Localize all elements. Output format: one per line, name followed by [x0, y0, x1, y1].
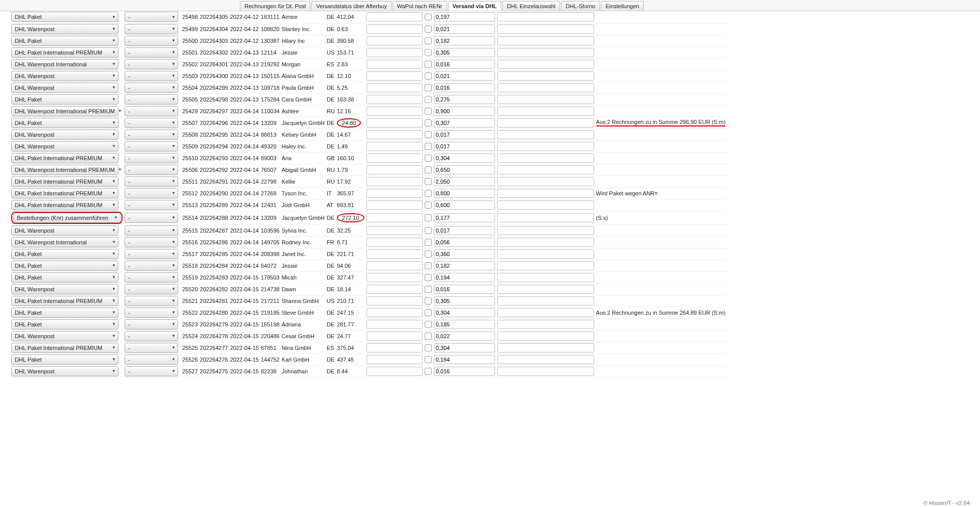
weight-input[interactable]: [434, 189, 495, 198]
row-checkbox[interactable]: [425, 72, 432, 80]
weight-input[interactable]: [434, 71, 495, 81]
table-viewport[interactable]: DHL Paket▼-▼254982022643052022-04-121831…: [0, 11, 980, 389]
weight-input[interactable]: [434, 60, 495, 69]
sub-select[interactable]: -▼: [125, 225, 178, 236]
extra-input-2[interactable]: [497, 95, 594, 104]
extra-input-1[interactable]: [366, 261, 423, 270]
extra-input-2[interactable]: [497, 261, 594, 270]
sub-select[interactable]: -▼: [125, 36, 178, 46]
ship-method-select[interactable]: DHL Warenpost International PREMIUM▼: [11, 106, 118, 116]
extra-input-1[interactable]: [366, 200, 423, 210]
ship-method-select[interactable]: DHL Warenpost International▼: [11, 237, 118, 247]
weight-input[interactable]: [434, 12, 495, 21]
weight-input[interactable]: [434, 332, 495, 341]
row-checkbox[interactable]: [425, 49, 432, 56]
extra-input-2[interactable]: [497, 296, 594, 306]
weight-input[interactable]: [434, 165, 495, 174]
extra-input-2[interactable]: [497, 60, 594, 69]
sub-select[interactable]: -▼: [125, 354, 178, 365]
weight-input[interactable]: [434, 320, 495, 329]
extra-input-1[interactable]: [366, 238, 423, 247]
sub-select[interactable]: -▼: [125, 237, 178, 247]
sub-select[interactable]: -▼: [125, 141, 178, 151]
extra-input-2[interactable]: [497, 273, 594, 282]
ship-method-select[interactable]: DHL Warenpost▼: [11, 83, 118, 93]
weight-input[interactable]: [434, 48, 495, 57]
extra-input-1[interactable]: [366, 142, 423, 151]
sub-select[interactable]: -▼: [125, 308, 178, 318]
ship-method-select[interactable]: DHL Warenpost▼: [11, 24, 118, 34]
extra-input-1[interactable]: [366, 189, 423, 198]
extra-input-1[interactable]: [366, 12, 423, 21]
extra-input-1[interactable]: [366, 60, 423, 69]
sub-select[interactable]: -▼: [125, 200, 178, 210]
row-checkbox[interactable]: [425, 61, 432, 68]
extra-input-1[interactable]: [366, 107, 423, 116]
row-checkbox[interactable]: [425, 119, 432, 126]
weight-input[interactable]: [434, 261, 495, 270]
sub-select[interactable]: -▼: [125, 272, 178, 283]
extra-input-1[interactable]: [366, 343, 423, 352]
extra-input-1[interactable]: [366, 48, 423, 57]
weight-input[interactable]: [434, 238, 495, 247]
sub-select[interactable]: -▼: [125, 24, 178, 34]
weight-input[interactable]: [434, 367, 495, 376]
weight-input[interactable]: [434, 154, 495, 163]
extra-input-2[interactable]: [497, 213, 594, 222]
extra-input-2[interactable]: [497, 118, 594, 128]
extra-input-1[interactable]: [366, 165, 423, 174]
weight-input[interactable]: [434, 200, 495, 210]
ship-method-select[interactable]: DHL Paket International PREMIUM▼: [11, 200, 118, 210]
extra-input-2[interactable]: [497, 83, 594, 92]
extra-input-2[interactable]: [497, 107, 594, 116]
row-checkbox[interactable]: [425, 131, 432, 138]
row-checkbox[interactable]: [425, 13, 432, 20]
weight-input[interactable]: [434, 226, 495, 235]
weight-input[interactable]: [434, 273, 495, 282]
ship-method-select[interactable]: DHL Warenpost▼: [11, 366, 118, 376]
sub-select[interactable]: -▼: [125, 319, 178, 329]
tab-0[interactable]: Rechnungen für Dt. Post: [240, 1, 310, 11]
extra-input-1[interactable]: [366, 118, 423, 128]
extra-input-2[interactable]: [497, 200, 594, 210]
extra-input-2[interactable]: [497, 249, 594, 259]
sub-select[interactable]: -▼: [125, 71, 178, 81]
sub-select[interactable]: -▼: [125, 47, 178, 58]
sub-select[interactable]: -▼: [125, 213, 178, 223]
weight-input[interactable]: [434, 213, 495, 222]
extra-input-2[interactable]: [497, 36, 594, 45]
extra-input-1[interactable]: [366, 285, 423, 294]
extra-input-2[interactable]: [497, 343, 594, 352]
extra-input-2[interactable]: [497, 226, 594, 235]
weight-input[interactable]: [434, 355, 495, 364]
weight-input[interactable]: [434, 95, 495, 104]
extra-input-2[interactable]: [497, 238, 594, 247]
sub-select[interactable]: -▼: [125, 249, 178, 259]
sub-select[interactable]: -▼: [125, 296, 178, 306]
ship-method-select[interactable]: DHL Paket▼: [11, 272, 118, 283]
weight-input[interactable]: [434, 83, 495, 92]
row-checkbox[interactable]: [425, 227, 432, 234]
row-checkbox[interactable]: [425, 321, 432, 328]
extra-input-1[interactable]: [366, 154, 423, 163]
extra-input-1[interactable]: [366, 177, 423, 186]
ship-method-select[interactable]: DHL Warenpost▼: [11, 284, 118, 294]
extra-input-2[interactable]: [497, 142, 594, 151]
row-checkbox[interactable]: [425, 344, 432, 351]
ship-method-select[interactable]: DHL Paket International PREMIUM▼: [11, 176, 118, 187]
ship-method-select[interactable]: DHL Paket International PREMIUM▼: [11, 153, 118, 163]
sub-select[interactable]: -▼: [125, 331, 178, 341]
extra-input-2[interactable]: [497, 48, 594, 57]
sub-select[interactable]: -▼: [125, 284, 178, 294]
ship-method-select[interactable]: DHL Warenpost▼: [11, 130, 118, 140]
row-checkbox[interactable]: [425, 250, 432, 258]
row-checkbox[interactable]: [425, 309, 432, 316]
row-checkbox[interactable]: [425, 190, 432, 197]
extra-input-2[interactable]: [497, 189, 594, 198]
row-checkbox[interactable]: [425, 166, 432, 173]
extra-input-1[interactable]: [366, 273, 423, 282]
extra-input-2[interactable]: [497, 154, 594, 163]
row-checkbox[interactable]: [425, 96, 432, 103]
ship-method-select[interactable]: DHL Warenpost▼: [11, 225, 118, 236]
extra-input-2[interactable]: [497, 308, 594, 317]
